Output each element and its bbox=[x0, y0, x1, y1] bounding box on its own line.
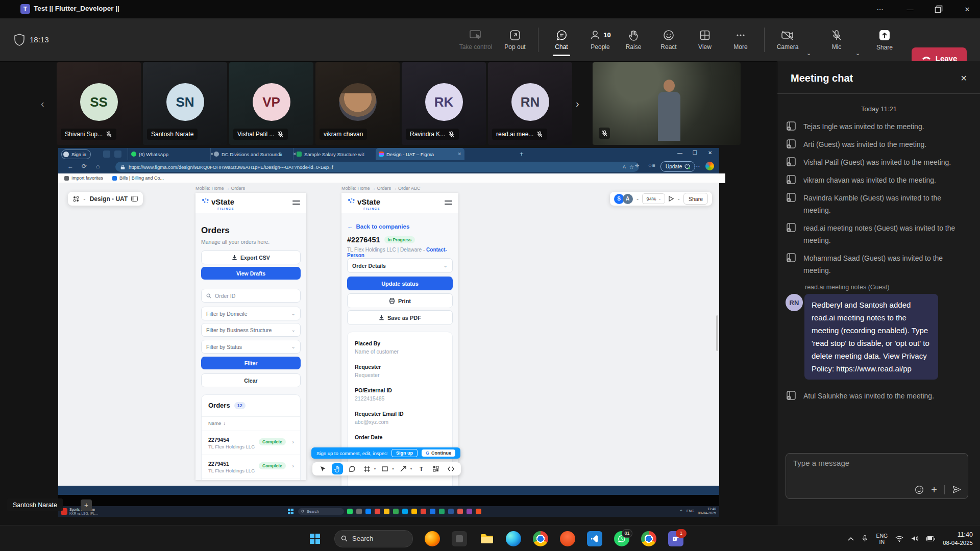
tab-whatsapp[interactable]: (6) WhatsApp✕ bbox=[128, 148, 217, 160]
wifi-icon[interactable] bbox=[895, 536, 903, 542]
app-icon[interactable] bbox=[402, 509, 408, 514]
browser-close-icon[interactable]: ✕ bbox=[708, 150, 712, 156]
send-icon[interactable] bbox=[952, 485, 962, 494]
participant-tile[interactable]: SN Santosh Narate bbox=[143, 62, 227, 145]
copilot-icon[interactable] bbox=[705, 162, 714, 170]
participant-tile[interactable]: VP Vishal Patil ... bbox=[229, 62, 313, 145]
start-icon[interactable] bbox=[288, 509, 293, 514]
tray-expand-icon[interactable]: ⌃ bbox=[679, 509, 683, 514]
people-button[interactable]: 10 People bbox=[581, 22, 620, 57]
hamburger-menu-icon[interactable] bbox=[445, 201, 452, 207]
hamburger-menu-icon[interactable] bbox=[292, 201, 300, 207]
filter-business-structure-dropdown[interactable]: Filter by Business Structure⌄ bbox=[201, 323, 301, 337]
chevron-down-icon[interactable]: ⌄ bbox=[677, 196, 680, 201]
app-icon[interactable] bbox=[448, 509, 454, 514]
tab-figma-active[interactable]: Design - UAT – Figma✕ bbox=[376, 148, 464, 160]
browser-menu-icon[interactable]: ⋯ bbox=[694, 163, 700, 170]
bookmark-bills[interactable]: Bills | Billing and Co... bbox=[112, 176, 164, 181]
teams-icon[interactable]: 1 bbox=[668, 531, 683, 546]
new-tab-icon[interactable]: + bbox=[520, 150, 524, 158]
brave-icon[interactable] bbox=[560, 531, 575, 546]
hidden-icons-chevron-icon[interactable] bbox=[848, 537, 854, 541]
mic-in-use-icon[interactable] bbox=[862, 534, 868, 543]
app-icon[interactable] bbox=[384, 509, 389, 514]
components-tool-icon[interactable] bbox=[430, 463, 442, 474]
minimize-button[interactable]: — bbox=[898, 0, 922, 18]
tab-excel-sheet[interactable]: Sample Salary Structure with calc✕ bbox=[293, 148, 382, 160]
tab-dc-divisions[interactable]: DC Divisions and Surroundings✕ bbox=[210, 148, 300, 160]
edge-icon[interactable] bbox=[506, 531, 521, 546]
app-icon[interactable] bbox=[430, 509, 435, 514]
hand-tool-icon[interactable] bbox=[332, 463, 343, 474]
home-icon[interactable]: ⌂ bbox=[96, 163, 100, 170]
language-indicator[interactable]: ENG IN bbox=[876, 533, 888, 545]
firefox-icon[interactable] bbox=[425, 531, 440, 546]
clear-button[interactable]: Clear bbox=[201, 373, 301, 387]
clock[interactable]: 11:40 08-04-2025 bbox=[943, 531, 973, 547]
whatsapp-icon[interactable]: 81 bbox=[614, 531, 629, 546]
shape-tool-icon[interactable] bbox=[379, 463, 390, 474]
browser-restore-icon[interactable]: ❐ bbox=[693, 150, 697, 156]
scroll-left-icon[interactable]: ‹ bbox=[41, 98, 44, 110]
participant-tile[interactable]: RN read.ai mee... bbox=[488, 62, 572, 145]
taskbar-search-box[interactable]: Search bbox=[334, 530, 413, 547]
participant-tile[interactable]: vikram chavan bbox=[315, 62, 400, 145]
order-id-search[interactable]: Order ID bbox=[201, 289, 301, 303]
browser-minimize-icon[interactable]: — bbox=[677, 150, 682, 156]
window-more-options-icon[interactable]: ⋯ bbox=[868, 0, 892, 18]
back-icon[interactable]: ← bbox=[67, 163, 74, 170]
battery-icon[interactable] bbox=[926, 536, 935, 541]
favorites-list-icon[interactable]: ☆≡ bbox=[648, 163, 655, 168]
app-icon[interactable] bbox=[439, 509, 445, 514]
share-overlay-plus-icon[interactable]: + bbox=[81, 499, 92, 511]
news-widget[interactable]: Sports Headline KKR vs LSG, IPL… bbox=[61, 508, 98, 515]
dev-mode-icon[interactable] bbox=[445, 463, 456, 474]
update-status-button[interactable]: Update status bbox=[347, 277, 453, 290]
app-icon[interactable] bbox=[347, 509, 353, 514]
app-icon[interactable] bbox=[356, 509, 362, 514]
favorite-star-icon[interactable]: ☆ bbox=[629, 164, 634, 170]
read-aloud-icon[interactable]: A bbox=[623, 164, 626, 169]
canvas-scrollbar[interactable] bbox=[716, 315, 718, 351]
url-field[interactable]: https://www.figma.com/design/9BKQ0FOHRWa… bbox=[115, 162, 639, 172]
filter-domicile-dropdown[interactable]: Filter by Domicile⌄ bbox=[201, 307, 301, 320]
figma-share-button[interactable]: Share bbox=[683, 193, 708, 205]
mic-button[interactable]: Mic bbox=[820, 22, 853, 57]
layout-panel-icon[interactable] bbox=[131, 196, 138, 202]
move-tool-icon[interactable] bbox=[317, 463, 328, 474]
app-icon[interactable] bbox=[476, 509, 481, 514]
vscode-icon[interactable] bbox=[587, 531, 602, 546]
zoom-control[interactable]: 94%⌄ bbox=[642, 193, 665, 204]
raise-hand-button[interactable]: Raise bbox=[617, 22, 650, 57]
app-icon[interactable] bbox=[393, 509, 399, 514]
close-button[interactable]: ✕ bbox=[955, 0, 979, 18]
frame-label[interactable]: Mobile: Home → Orders → Order ABC bbox=[341, 186, 421, 191]
tab-actions-icon[interactable] bbox=[114, 151, 121, 158]
view-drafts-button[interactable]: View Drafts bbox=[201, 267, 301, 280]
frame-label[interactable]: Mobile: Home → Orders bbox=[195, 186, 245, 191]
text-tool-icon[interactable]: T bbox=[415, 463, 427, 474]
comment-tool-icon[interactable] bbox=[347, 463, 358, 474]
figma-file-menu[interactable]: ⌄ Design - UAT bbox=[68, 192, 143, 206]
more-button[interactable]: More bbox=[724, 22, 757, 57]
participant-tile[interactable]: RK Ravindra K... bbox=[402, 62, 486, 145]
close-tab-icon[interactable]: ✕ bbox=[457, 152, 461, 157]
connector-tool-icon[interactable] bbox=[398, 463, 409, 474]
pinned-participant-tile[interactable] bbox=[593, 62, 741, 145]
chrome-icon[interactable] bbox=[533, 531, 548, 546]
take-control-button[interactable]: Take control bbox=[459, 22, 493, 57]
mic-options-chevron-icon[interactable]: ⌄ bbox=[855, 50, 860, 57]
start-button[interactable] bbox=[307, 531, 323, 546]
camera-button[interactable]: Camera bbox=[771, 22, 804, 57]
order-details-dropdown[interactable]: Order Details⌄ bbox=[347, 258, 453, 273]
chevron-down-icon[interactable]: ▾ bbox=[392, 467, 394, 471]
chat-message[interactable]: RN Redberyl and Santosh added read.ai me… bbox=[786, 294, 972, 380]
chat-button[interactable]: Chat bbox=[545, 22, 578, 57]
dark-app-icon[interactable] bbox=[452, 531, 467, 546]
emoji-icon[interactable] bbox=[915, 485, 924, 494]
scroll-right-icon[interactable]: › bbox=[576, 98, 579, 110]
attach-plus-icon[interactable]: + bbox=[931, 485, 937, 494]
sign-up-button[interactable]: Sign up bbox=[391, 449, 418, 457]
share-button[interactable]: Share bbox=[868, 22, 901, 57]
import-favorites-button[interactable]: Import favorites bbox=[64, 176, 103, 181]
